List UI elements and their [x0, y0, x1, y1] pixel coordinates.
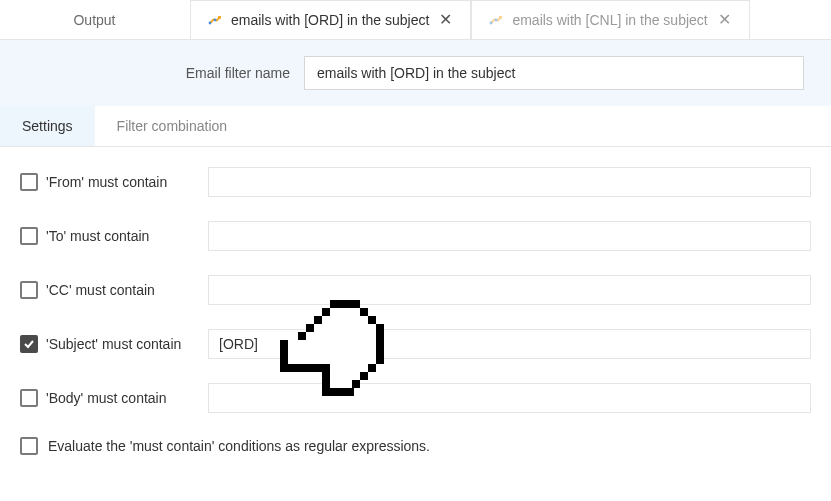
svg-point-1	[214, 19, 217, 22]
tab-output[interactable]: Output	[0, 0, 190, 39]
label-cc: 'CC' must contain	[46, 282, 155, 298]
row-subject: 'Subject' must contain	[20, 329, 811, 359]
subtab-settings[interactable]: Settings	[0, 106, 95, 146]
tab-file-inactive[interactable]: emails with [CNL] in the subject ✕	[471, 0, 749, 39]
input-from[interactable]	[208, 167, 811, 197]
row-cc: 'CC' must contain	[20, 275, 811, 305]
tab-file-active[interactable]: emails with [ORD] in the subject ✕	[190, 0, 471, 39]
input-body[interactable]	[208, 383, 811, 413]
label-to: 'To' must contain	[46, 228, 149, 244]
subtab-filter-combination[interactable]: Filter combination	[95, 106, 250, 146]
label-from: 'From' must contain	[46, 174, 167, 190]
row-to: 'To' must contain	[20, 221, 811, 251]
checkbox-cc[interactable]	[20, 281, 38, 299]
input-to[interactable]	[208, 221, 811, 251]
input-cc[interactable]	[208, 275, 811, 305]
label-subject: 'Subject' must contain	[46, 336, 181, 352]
subtab-bar: Settings Filter combination	[0, 106, 831, 147]
svg-point-3	[495, 19, 498, 22]
name-field-input[interactable]	[304, 56, 804, 90]
svg-point-0	[209, 22, 212, 25]
label-regex: Evaluate the 'must contain' conditions a…	[48, 438, 430, 454]
close-icon[interactable]: ✕	[437, 12, 454, 28]
svg-point-2	[490, 22, 493, 25]
row-body: 'Body' must contain	[20, 383, 811, 413]
input-subject[interactable]	[208, 329, 811, 359]
workflow-icon	[207, 12, 223, 28]
settings-panel: 'From' must contain 'To' must contain 'C…	[0, 147, 831, 455]
checkbox-regex[interactable]	[20, 437, 38, 455]
tab-output-label: Output	[73, 12, 115, 28]
row-from: 'From' must contain	[20, 167, 811, 197]
close-icon[interactable]: ✕	[716, 12, 733, 28]
name-field-label: Email filter name	[20, 65, 290, 81]
tab-file-active-label: emails with [ORD] in the subject	[231, 12, 429, 28]
checkbox-subject[interactable]	[20, 335, 38, 353]
workflow-icon	[488, 12, 504, 28]
checkbox-to[interactable]	[20, 227, 38, 245]
name-bar: Email filter name	[0, 40, 831, 106]
subtab-filter-combination-label: Filter combination	[117, 118, 228, 134]
top-tabbar: Output emails with [ORD] in the subject …	[0, 0, 831, 40]
checkbox-body[interactable]	[20, 389, 38, 407]
tab-file-inactive-label: emails with [CNL] in the subject	[512, 12, 707, 28]
label-body: 'Body' must contain	[46, 390, 167, 406]
subtab-settings-label: Settings	[22, 118, 73, 134]
checkbox-from[interactable]	[20, 173, 38, 191]
row-regex: Evaluate the 'must contain' conditions a…	[20, 437, 811, 455]
